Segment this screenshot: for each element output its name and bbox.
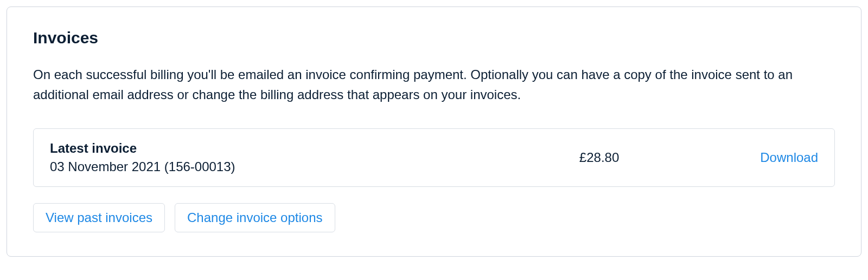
latest-invoice-info: Latest invoice 03 November 2021 (156-000… <box>50 141 235 174</box>
invoices-card: Invoices On each successful billing you'… <box>7 6 861 257</box>
latest-invoice-heading: Latest invoice <box>50 141 235 156</box>
section-title: Invoices <box>33 29 835 47</box>
invoice-actions: View past invoices Change invoice option… <box>33 203 835 232</box>
section-description: On each successful billing you'll be ema… <box>33 64 835 105</box>
latest-invoice-date: 03 November 2021 (156-00013) <box>50 159 235 174</box>
view-past-invoices-button[interactable]: View past invoices <box>33 203 165 232</box>
latest-invoice-amount: £28.80 <box>579 150 760 165</box>
change-invoice-options-button[interactable]: Change invoice options <box>175 203 335 232</box>
download-link[interactable]: Download <box>760 150 818 165</box>
latest-invoice-box: Latest invoice 03 November 2021 (156-000… <box>33 128 835 187</box>
